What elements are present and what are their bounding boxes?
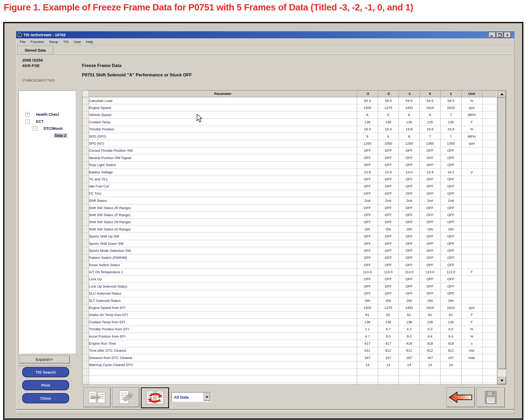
table-row[interactable]: Coolant Temp from EFI136136136136136F bbox=[82, 319, 497, 326]
tree-item-data-2[interactable]: Data 2 bbox=[19, 132, 75, 139]
table-row[interactable]: Pattern Switch (PWR/M)OFFOFFOFFOFFOFF bbox=[82, 254, 497, 261]
table-row[interactable]: SPD (NT)12001050125013501350rpm bbox=[82, 140, 497, 147]
table-row[interactable]: Shift SW Status (P Range)OFFOFFOFFOFFOFF bbox=[82, 211, 497, 218]
table-row[interactable]: Intake-Air Temp from EFI6161616161F bbox=[82, 311, 497, 318]
unit-cell bbox=[461, 261, 482, 268]
row-filler bbox=[482, 269, 497, 276]
table-empty-row[interactable] bbox=[82, 383, 497, 385]
tis-search-button[interactable]: TIS Search bbox=[22, 367, 69, 377]
table-row[interactable]: Snow Switch StatusOFFOFFOFFOFFOFF bbox=[82, 261, 497, 268]
menu-item-function[interactable]: Function bbox=[29, 39, 45, 44]
tree-item-label: ECT bbox=[36, 119, 44, 124]
value-cell: OFF bbox=[420, 147, 440, 154]
table-row[interactable]: Time after DTC Cleared611612612612612min bbox=[82, 347, 497, 354]
table-row[interactable]: Engine Speed from EFI1300127514911619163… bbox=[82, 304, 497, 311]
value-cell: OFF bbox=[399, 233, 420, 240]
split-report-button[interactable] bbox=[83, 387, 111, 407]
menu-item-setup[interactable]: Setup bbox=[48, 39, 59, 44]
table-row[interactable]: Shift SW Status (R Range)OFFOFFOFFOFFOFF bbox=[82, 204, 497, 211]
menu-item-user[interactable]: User bbox=[72, 39, 82, 44]
table-row[interactable]: Idle Fuel CutOFFOFFOFFOFFOFF bbox=[82, 183, 497, 190]
menu-item-help[interactable]: Help bbox=[85, 39, 94, 44]
back-button[interactable] bbox=[447, 387, 475, 407]
table-row[interactable]: Lock Up Solenoid StatusOFFOFFOFFOFFOFF bbox=[82, 283, 497, 290]
table-row[interactable]: FC TAUOFFOFFOFFOFFOFF bbox=[82, 190, 497, 197]
table-row[interactable]: Battery Voltage13.813.914.013.914.2V bbox=[82, 168, 497, 175]
save-button[interactable] bbox=[477, 387, 505, 407]
scrollbar-thumb[interactable] bbox=[498, 98, 506, 369]
table-row[interactable]: Throttle Position18.016.419.619.619.6% bbox=[82, 126, 497, 133]
table-row[interactable]: SLU Solenoid StatusOFFOFFOFFOFFOFF bbox=[82, 290, 497, 297]
table-row[interactable]: SLT Solenoid StatusONONONONON bbox=[82, 297, 497, 304]
scroll-down-button[interactable] bbox=[498, 377, 506, 384]
collapse-box-icon[interactable]: − bbox=[33, 126, 37, 131]
print-button[interactable]: Print bbox=[22, 380, 69, 390]
data-filter-dropdown[interactable]: All Data bbox=[171, 392, 211, 402]
table-row[interactable]: SPD (SP2)66677MPH bbox=[82, 133, 497, 140]
table-row[interactable]: Throttle Position from EFI1.14.74.35.05.… bbox=[82, 326, 497, 333]
table-row[interactable]: Sports Shift Down SWOFFOFFOFFOFFOFF bbox=[82, 240, 497, 247]
tree-item-dtc-monit[interactable]: −DTC/Monit bbox=[19, 125, 75, 132]
table-row[interactable]: Sports Shift Up SWOFFOFFOFFOFFOFF bbox=[82, 233, 497, 240]
table-row[interactable]: A/T Oil Temperature 1113.0113.0113.0113.… bbox=[82, 269, 497, 276]
table-row[interactable]: Shift Status2nd2nd2nd2nd2nd bbox=[82, 197, 497, 204]
value-cell: ON bbox=[378, 226, 399, 233]
tab-stored-data[interactable]: Stored Data bbox=[17, 46, 53, 54]
value-cell: 1619 bbox=[420, 104, 440, 111]
minimize-button[interactable] bbox=[489, 32, 496, 38]
tree-item-health-checl[interactable]: +Health Checl bbox=[19, 111, 75, 118]
unit-cell: rpm bbox=[461, 104, 482, 111]
row-gutter bbox=[82, 119, 89, 126]
table-row[interactable]: Stop Light SwitchOFFOFFOFFOFFOFF bbox=[82, 161, 497, 168]
scroll-up-button[interactable] bbox=[498, 90, 506, 98]
table-empty-row[interactable] bbox=[82, 376, 497, 383]
value-cell: OFF bbox=[378, 276, 399, 283]
table-row[interactable]: Engine Speed13001275149116191633rpm bbox=[82, 104, 497, 111]
value-cell: OFF bbox=[440, 161, 461, 168]
header-gutter bbox=[82, 90, 89, 97]
value-cell: ON bbox=[378, 297, 399, 304]
value-cell: OFF bbox=[399, 176, 420, 183]
table-row[interactable]: Warmup Cycle Cleared DTC1414141414 bbox=[82, 361, 497, 368]
table-row[interactable]: Accel Position from EFI4.79.09.09.49.4% bbox=[82, 333, 497, 340]
table-row[interactable]: Shift SW Status (D Range)ONONONONON bbox=[82, 226, 497, 233]
data-log-icon bbox=[117, 390, 135, 405]
table-row[interactable]: Distance from DTC Cleared167167167167167… bbox=[82, 354, 497, 361]
collapse-box-icon[interactable]: − bbox=[25, 119, 30, 124]
data-log-button[interactable] bbox=[112, 387, 139, 407]
value-cell bbox=[378, 383, 399, 385]
table-row[interactable]: Sports Mode Selection SWOFFOFFOFFOFFOFF bbox=[82, 247, 497, 254]
restore-button[interactable] bbox=[496, 32, 503, 38]
table-row[interactable]: Calculate Load53.336.454.554.554.5% bbox=[82, 97, 497, 104]
value-cell: 113.0 bbox=[378, 269, 399, 276]
value-cell: OFF bbox=[420, 218, 440, 226]
value-cell: ON bbox=[420, 226, 440, 233]
table-row[interactable]: Lock UpOFFOFFOFFOFFOFF bbox=[82, 276, 497, 283]
expand-box-icon[interactable]: + bbox=[25, 112, 30, 117]
compare-data-button[interactable] bbox=[141, 387, 169, 408]
value-cell bbox=[357, 383, 378, 385]
value-cell: OFF bbox=[420, 176, 440, 183]
table-empty-row[interactable] bbox=[82, 368, 497, 375]
compare-data-icon bbox=[146, 390, 164, 405]
close-button[interactable]: x bbox=[504, 32, 511, 38]
expand-button[interactable]: Expand>> bbox=[19, 355, 70, 363]
table-row[interactable]: Engine Run Time417417418418418s bbox=[82, 340, 497, 347]
value-cell: OFF bbox=[440, 154, 461, 161]
table-row[interactable]: Neutral Position SW SignalOFFOFFOFFOFFOF… bbox=[82, 154, 497, 161]
window-titlebar[interactable]: i TIS techstream - 10702 x bbox=[16, 31, 515, 38]
close-button[interactable]: Close bbox=[22, 393, 69, 403]
tree-item-ect[interactable]: −ECT bbox=[19, 118, 75, 125]
table-row[interactable]: Vehicle Speed66667MPH bbox=[82, 111, 497, 118]
dtc-subtitle: P0751 Shift Solenoid "A" Performance or … bbox=[82, 72, 192, 78]
parameter-cell: Sports Mode Selection SW bbox=[89, 247, 357, 254]
chevron-down-icon[interactable] bbox=[204, 393, 210, 401]
table-scrollbar[interactable] bbox=[497, 90, 506, 385]
menu-item-tis[interactable]: TIS bbox=[62, 39, 70, 44]
table-row[interactable]: Shift SW Status (N Range)OFFOFFOFFOFFOFF bbox=[82, 218, 497, 226]
table-row[interactable]: Coolant Temp136136135135135F bbox=[82, 119, 497, 126]
table-row[interactable]: TC and TE1OFFOFFOFFOFFOFF bbox=[82, 176, 497, 183]
table-row[interactable]: Closed Throttle Position SWOFFOFFOFFOFFO… bbox=[82, 147, 497, 154]
menu-item-file[interactable]: File bbox=[19, 39, 27, 44]
value-cell: OFF bbox=[440, 183, 461, 190]
